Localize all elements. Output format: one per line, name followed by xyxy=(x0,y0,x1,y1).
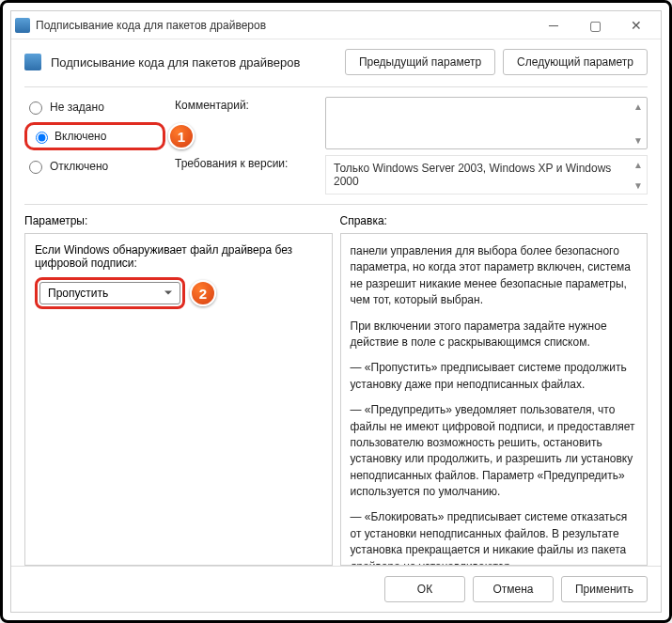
window-title: Подписывание кода для пакетов драйверов xyxy=(36,19,266,32)
maximize-button[interactable]: ▢ xyxy=(574,11,616,39)
comment-label: Комментарий: xyxy=(175,97,316,112)
previous-setting-button[interactable]: Предыдущий параметр xyxy=(345,49,495,75)
scroll-up-icon[interactable]: ▲ xyxy=(632,158,645,171)
scroll-down-icon[interactable]: ▼ xyxy=(632,179,645,192)
options-prompt: Если Windows обнаруживает файл драйвера … xyxy=(35,243,322,270)
cancel-button[interactable]: Отмена xyxy=(473,576,554,602)
comment-textbox[interactable]: ▲ ▼ xyxy=(325,97,648,149)
ok-button[interactable]: ОК xyxy=(384,576,465,602)
radio-enabled-label[interactable]: Включено xyxy=(55,130,106,143)
help-paragraph: панели управления для выбора более безоп… xyxy=(351,243,638,309)
radio-disabled[interactable] xyxy=(29,161,42,174)
requirements-label: Требования к версии: xyxy=(175,155,316,170)
help-paragraph: — «Блокировать» предписывает системе отк… xyxy=(351,509,638,566)
signing-action-combobox[interactable]: Пропустить xyxy=(39,282,180,304)
radio-enabled[interactable] xyxy=(36,132,48,144)
radio-not-configured-label[interactable]: Не задано xyxy=(50,101,104,114)
options-panel: Если Windows обнаруживает файл драйвера … xyxy=(24,233,333,566)
help-label: Справка: xyxy=(340,212,649,233)
callout-marker-2: 2 xyxy=(190,280,216,306)
help-paragraph: — «Предупредить» уведомляет пользователя… xyxy=(351,402,638,500)
help-paragraph: — «Пропустить» предписывает системе прод… xyxy=(351,360,638,393)
policy-icon xyxy=(15,18,30,33)
scroll-up-icon[interactable]: ▲ xyxy=(632,100,645,113)
scroll-down-icon[interactable]: ▼ xyxy=(632,133,645,147)
callout-marker-1: 1 xyxy=(168,123,195,149)
combo-selected-value: Пропустить xyxy=(48,287,108,300)
minimize-button[interactable]: ─ xyxy=(533,11,574,39)
next-setting-button[interactable]: Следующий параметр xyxy=(503,49,648,75)
apply-button[interactable]: Применить xyxy=(561,576,648,602)
close-button[interactable]: ✕ xyxy=(616,11,657,39)
requirements-text: Только Windows Server 2003, Windows XP и… xyxy=(334,162,611,188)
help-panel[interactable]: панели управления для выбора более безоп… xyxy=(340,233,649,566)
page-title: Подписывание кода для пакетов драйверов xyxy=(51,55,336,70)
titlebar: Подписывание кода для пакетов драйверов … xyxy=(11,11,661,39)
requirements-box: Только Windows Server 2003, Windows XP и… xyxy=(325,155,648,195)
combo-highlight: Пропустить 2 xyxy=(35,277,185,309)
radio-disabled-label[interactable]: Отключено xyxy=(50,160,108,173)
radio-not-configured[interactable] xyxy=(29,101,42,115)
help-paragraph: При включении этого параметра задайте ну… xyxy=(351,319,638,351)
policy-header-icon xyxy=(24,54,41,70)
enabled-highlight: Включено 1 xyxy=(24,122,165,150)
options-label: Параметры: xyxy=(24,212,333,233)
